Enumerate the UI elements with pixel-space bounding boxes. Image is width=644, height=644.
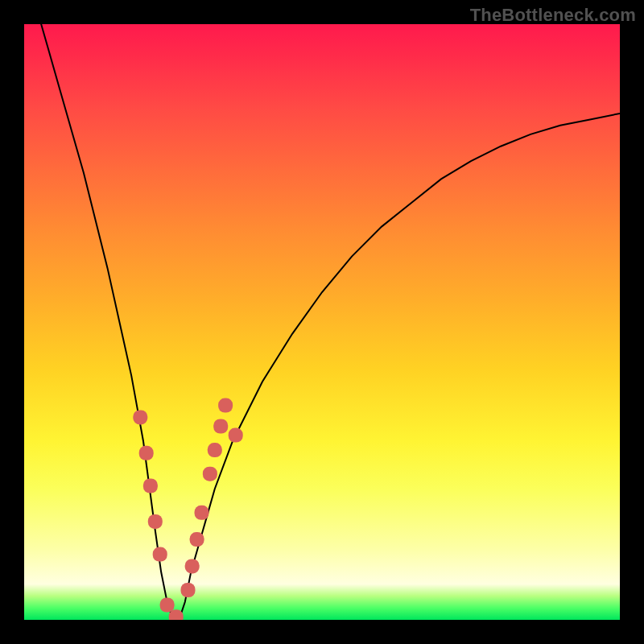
data-point [153, 547, 167, 562]
chart-frame: TheBottleneck.com [0, 0, 644, 644]
data-point [143, 479, 158, 493]
data-point [185, 559, 200, 573]
data-point [229, 428, 243, 443]
data-point [203, 467, 217, 481]
watermark-text: TheBottleneck.com [470, 5, 636, 26]
data-point [148, 514, 163, 529]
data-point [181, 583, 196, 597]
data-point [218, 398, 233, 413]
data-point [160, 598, 175, 613]
data-point [139, 446, 154, 460]
data-point [133, 410, 147, 424]
plot-area [24, 24, 620, 620]
chart-svg [24, 24, 620, 620]
data-point [195, 506, 209, 520]
data-point [213, 419, 228, 434]
data-point [208, 443, 222, 457]
data-point [190, 532, 204, 547]
bottleneck-curve [24, 24, 620, 620]
data-points-group [133, 398, 242, 620]
